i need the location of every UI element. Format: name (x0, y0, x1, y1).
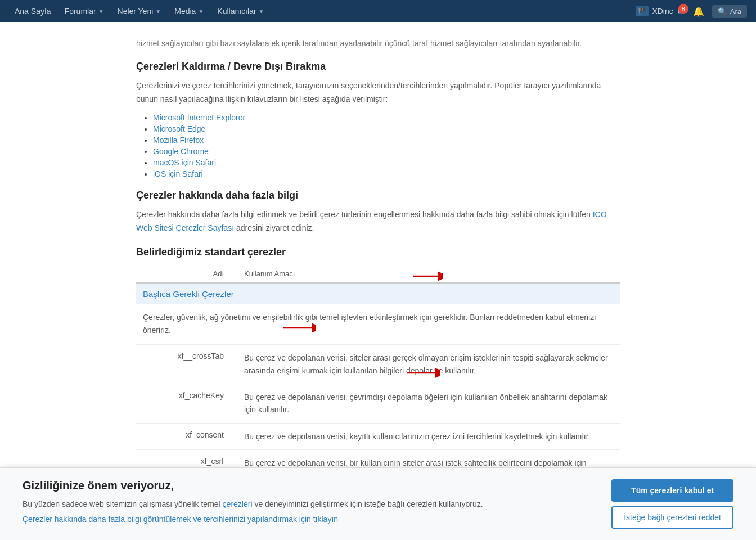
main-wrapper: hizmet sağlayıcıları gibi bazı sayfalara… (0, 22, 756, 540)
table-row: xf_cacheKey Bu çerez ve depolanan verisi… (136, 384, 620, 423)
table-header-row: Adı Kullanım Amacı (136, 265, 620, 283)
cookie-name-2: xf_consent (136, 423, 237, 449)
search-bar[interactable]: 🔍 Ara (712, 5, 747, 18)
nav-users-label: Kullanıcılar (217, 7, 256, 16)
list-item: Mozilla Firefox (153, 136, 620, 145)
red-arrow-cookie-icon (406, 365, 440, 381)
section2-text-after: adresini ziyaret ediniz. (234, 223, 314, 232)
nav-home-label: Ana Sayfa (15, 7, 51, 16)
content-area: hizmet sağlayıcıları gibi bazı sayfalara… (125, 32, 631, 540)
link-ie[interactable]: Microsoft Internet Explorer (153, 113, 245, 122)
consent-cookies-link[interactable]: çerezleri (223, 500, 253, 508)
section2-title: Çerezler hakkında daha fazla bilgi (136, 190, 620, 201)
list-item: Microsoft Internet Explorer (153, 113, 620, 122)
list-item: Microsoft Edge (153, 124, 620, 133)
notifications-icon[interactable]: 🔔 (690, 6, 708, 17)
consent-text-area: Gizliliğinize önem veriyoruz, Bu yüzden … (22, 479, 589, 524)
arrow-to-category (282, 320, 316, 338)
consent-desc: Bu yüzden sadece web sitemizin çalışması… (22, 498, 589, 510)
search-icon: 🔍 (718, 7, 727, 16)
nav-media-chevron: ▼ (198, 8, 204, 15)
cookie-desc-2: Bu çerez ve depolanan verisi, kayıtlı ku… (237, 423, 620, 449)
intro-text: hizmet sağlayıcıları gibi bazı sayfalara… (136, 32, 620, 50)
consent-buttons: Tüm çerezleri kabul et İsteğe bağlı çere… (611, 479, 734, 529)
link-ios-safari[interactable]: iOS için Safari (153, 169, 203, 178)
section1-title: Çerezleri Kaldırma / Devre Dışı Bırakma (136, 61, 620, 73)
reject-cookies-button[interactable]: İsteğe bağlı çerezleri reddet (611, 506, 734, 529)
link-firefox[interactable]: Mozilla Firefox (153, 136, 204, 145)
cookie-name-0: xf__crossTab (136, 345, 237, 384)
consent-desc-text-after: ve deneyiminizi geliştirmek için isteğe … (253, 500, 483, 508)
arrow-to-cookie-row (406, 365, 440, 382)
consent-more-info-link[interactable]: Çerezler hakkında daha fazla bilgi görün… (22, 515, 338, 524)
nav-users-chevron: ▼ (259, 8, 264, 15)
browser-links-list: Microsoft Internet Explorer Microsoft Ed… (136, 113, 620, 178)
category-desc-row: Çerezler, güvenlik, ağ yönetimi ve erişi… (136, 304, 620, 345)
arrow-to-header (412, 268, 443, 286)
consent-desc-text-before: Bu yüzden sadece web sitemizin çalışması… (22, 500, 223, 508)
table-container: Adı Kullanım Amacı Başlıca Gerekli Çerez… (136, 265, 620, 489)
top-navigation: Ana Sayfa Forumlar ▼ Neler Yeni ▼ Media … (0, 0, 756, 22)
category-label: Başlıca Gerekli Çerezler (136, 283, 620, 304)
list-item: Google Chrome (153, 147, 620, 156)
nav-username: XDinc (652, 7, 673, 16)
messages-badge: 8 (678, 4, 688, 14)
cookie-desc-1: Bu çerez ve depolanan verisi, çevrimdışı… (237, 384, 620, 423)
link-chrome[interactable]: Google Chrome (153, 147, 209, 156)
consent-banner: Gizliliğinize önem veriyoruz, Bu yüzden … (0, 467, 756, 540)
nav-forums[interactable]: Forumlar ▼ (59, 0, 110, 22)
col-name-header: Adı (136, 265, 237, 283)
category-desc: Çerezler, güvenlik, ağ yönetimi ve erişi… (136, 304, 620, 345)
nav-media[interactable]: Media ▼ (169, 0, 209, 22)
section2-desc: Çerezler hakkında daha fazla bilgi edinm… (136, 208, 620, 235)
nav-home[interactable]: Ana Sayfa (9, 0, 57, 22)
user-flag-icon: 🏴 (636, 6, 649, 16)
nav-users[interactable]: Kullanıcılar ▼ (212, 0, 269, 22)
nav-user[interactable]: 🏴 XDinc (636, 6, 673, 16)
list-item: macOS için Safari (153, 158, 620, 167)
nav-whats-new-label: Neler Yeni (118, 7, 154, 16)
red-arrow-category-icon (282, 320, 316, 336)
section3-title: Belirlediğimiz standart çerezler (136, 246, 620, 258)
link-edge[interactable]: Microsoft Edge (153, 124, 205, 133)
cookies-table: Adı Kullanım Amacı Başlıca Gerekli Çerez… (136, 265, 620, 489)
red-arrow-header-icon (412, 268, 443, 284)
category-row-essential: Başlıca Gerekli Çerezler (136, 283, 620, 304)
table-row: xf_consent Bu çerez ve depolanan verisi,… (136, 423, 620, 449)
nav-forums-label: Forumlar (65, 7, 96, 16)
link-macos-safari[interactable]: macOS için Safari (153, 158, 216, 167)
consent-title: Gizliliğinize önem veriyoruz, (22, 479, 589, 492)
nav-media-label: Media (174, 7, 196, 16)
accept-cookies-button[interactable]: Tüm çerezleri kabul et (611, 479, 734, 502)
cookie-name-1: xf_cacheKey (136, 384, 237, 423)
list-item: iOS için Safari (153, 169, 620, 178)
table-row: xf__crossTab Bu çerez ve depolanan veris… (136, 345, 620, 384)
nav-forums-chevron: ▼ (98, 8, 104, 15)
messages-icon-wrapper[interactable]: ✉ 8 (678, 6, 685, 17)
section1-desc: Çerezlerinizi ve çerez tercihlerinizi yö… (136, 79, 620, 106)
section2-text-before: Çerezler hakkında daha fazla bilgi edinm… (136, 210, 593, 219)
search-label: Ara (730, 7, 741, 16)
nav-right-area: 🏴 XDinc ✉ 8 🔔 🔍 Ara (636, 5, 747, 18)
nav-whats-new-chevron: ▼ (155, 8, 161, 15)
nav-whats-new[interactable]: Neler Yeni ▼ (112, 0, 167, 22)
